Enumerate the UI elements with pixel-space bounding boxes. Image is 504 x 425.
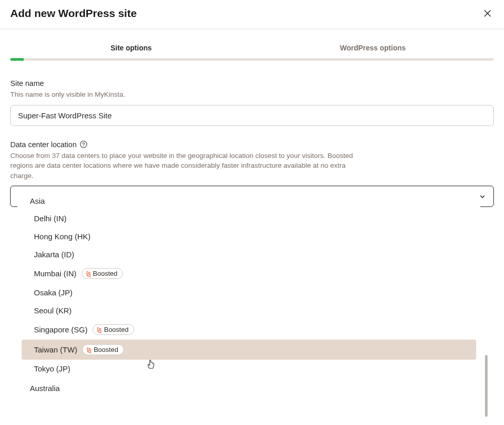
option-jakarta[interactable]: Jakarta (ID)	[17, 245, 480, 263]
site-name-input[interactable]	[10, 105, 494, 126]
page-title: Add new WordPress site	[10, 7, 137, 20]
close-icon	[483, 9, 492, 17]
tab-wordpress-options[interactable]: WordPress options	[252, 40, 494, 58]
bolt-icon: ⧎	[86, 346, 92, 353]
option-label: Taiwan (TW)	[34, 345, 77, 354]
bolt-icon: ⧎	[97, 326, 102, 333]
progress-bar	[10, 58, 494, 61]
option-osaka[interactable]: Osaka (JP)	[17, 284, 480, 302]
option-label: Hong Kong (HK)	[34, 232, 91, 241]
option-label: Jakarta (ID)	[34, 250, 74, 259]
option-hong-kong[interactable]: Hong Kong (HK)	[17, 227, 480, 245]
option-delhi[interactable]: Delhi (IN)	[17, 209, 480, 227]
progress-fill	[10, 58, 24, 61]
boosted-badge: ⧎ Boosted	[82, 268, 123, 279]
site-name-help: This name is only visible in MyKinsta.	[10, 90, 370, 100]
help-icon[interactable]	[80, 140, 87, 148]
option-seoul[interactable]: Seoul (KR)	[17, 302, 480, 320]
dropdown-group-australia: Australia	[17, 378, 480, 397]
tab-site-options[interactable]: Site options	[10, 40, 252, 58]
close-button[interactable]	[481, 7, 494, 20]
option-tokyo[interactable]: Tokyo (JP)	[17, 360, 480, 378]
option-label: Seoul (KR)	[34, 306, 71, 315]
option-label: Osaka (JP)	[34, 288, 73, 297]
option-label: Delhi (IN)	[34, 214, 66, 223]
bolt-icon: ⧎	[86, 270, 91, 277]
boosted-badge: ⧎ Boosted	[93, 324, 134, 335]
option-label: Singapore (SG)	[34, 325, 87, 334]
data-center-dropdown[interactable]: Asia Delhi (IN) Hong Kong (HK) Jakarta (…	[17, 190, 480, 403]
svg-point-2	[80, 141, 87, 148]
site-name-label: Site name	[10, 79, 494, 87]
option-taiwan[interactable]: Taiwan (TW) ⧎ Boosted	[22, 340, 476, 360]
data-center-help: Choose from 37 data centers to place you…	[10, 151, 370, 181]
option-label: Tokyo (JP)	[34, 364, 70, 373]
option-singapore[interactable]: Singapore (SG) ⧎ Boosted	[17, 320, 480, 340]
dropdown-group-asia: Asia	[17, 190, 480, 209]
data-center-label: Data center location	[10, 140, 77, 149]
option-mumbai[interactable]: Mumbai (IN) ⧎ Boosted	[17, 263, 480, 284]
boosted-badge: ⧎ Boosted	[82, 344, 124, 355]
option-label: Mumbai (IN)	[34, 269, 77, 278]
svg-point-3	[83, 146, 84, 146]
scrollbar-thumb[interactable]	[485, 355, 488, 417]
tab-bar: Site options WordPress options	[0, 40, 504, 58]
